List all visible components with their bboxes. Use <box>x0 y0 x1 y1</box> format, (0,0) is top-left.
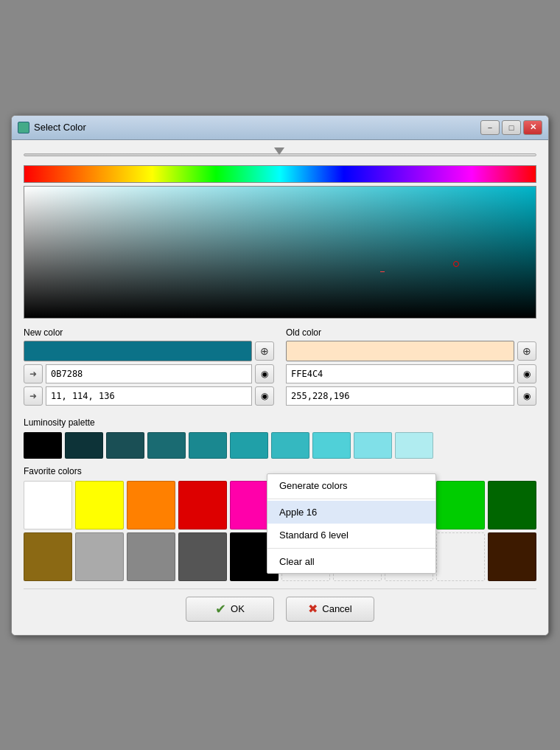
title-bar-left: Select Color <box>18 122 86 133</box>
fav-swatch-yellow[interactable] <box>75 481 124 529</box>
ok-button[interactable]: ✔ OK <box>186 597 274 622</box>
window-icon <box>18 122 29 133</box>
fav-swatch-orange[interactable] <box>127 481 175 529</box>
fav-swatch-white[interactable] <box>24 481 72 529</box>
old-color-rgb-display: 255,228,196 <box>286 386 514 406</box>
lum-swatch-7[interactable] <box>271 432 309 459</box>
old-color-preview-row: ⊕ <box>286 341 536 361</box>
new-color-label: New color <box>24 327 274 338</box>
fav-swatch-brown[interactable] <box>24 532 72 581</box>
dialog-content: New color ⊕ ➜ ◉ <box>12 140 548 635</box>
fav-swatch-lightgray[interactable] <box>75 532 124 581</box>
lum-swatch-9[interactable] <box>354 432 392 459</box>
select-color-dialog: Select Color − □ ✕ New color <box>11 115 549 636</box>
hue-slider-container <box>24 149 536 162</box>
cancel-x-icon: ✖ <box>308 602 318 616</box>
new-color-plus-button[interactable]: ⊕ <box>255 341 274 361</box>
bottom-buttons-row: ✔ OK ✖ Cancel <box>24 588 536 626</box>
new-color-rgb-eye-button[interactable]: ◉ <box>255 386 274 406</box>
lum-swatch-1[interactable] <box>24 432 62 459</box>
old-color-rgb-row: 255,228,196 ◉ <box>286 386 536 406</box>
minimize-button[interactable]: − <box>480 120 500 135</box>
dropdown-menu: Generate colors Apple 16 Standard 6 leve… <box>267 473 436 574</box>
arrow-right-icon: ➜ <box>29 369 37 379</box>
hue-slider-track[interactable] <box>24 149 536 161</box>
menu-item-apple-16[interactable]: Apple 16 <box>267 501 435 524</box>
fav-swatch-midgray[interactable] <box>127 532 175 581</box>
fav-swatch-green[interactable] <box>436 481 485 529</box>
old-eye-icon: ◉ <box>523 369 531 379</box>
arrow-right-icon-2: ➜ <box>29 391 37 401</box>
cancel-label: Cancel <box>322 603 351 614</box>
lum-swatch-8[interactable] <box>312 432 351 459</box>
lum-swatch-6[interactable] <box>230 432 268 459</box>
new-color-hex-row: ➜ ◉ <box>24 364 274 383</box>
color-crosshair <box>453 261 459 267</box>
luminosity-palette-swatches <box>24 432 536 459</box>
old-color-label: Old color <box>286 327 536 338</box>
new-color-rgb-arrow-button[interactable]: ➜ <box>24 386 43 406</box>
eye-icon-2: ◉ <box>261 391 268 401</box>
fav-swatch-darkgreen[interactable] <box>488 481 536 529</box>
menu-item-standard-6-level[interactable]: Standard 6 level <box>267 524 435 546</box>
spectrum-bar[interactable] <box>24 165 536 183</box>
lum-swatch-2[interactable] <box>65 432 103 459</box>
ok-checkmark-icon: ✔ <box>215 601 226 617</box>
lum-swatch-10[interactable] <box>395 432 433 459</box>
luminosity-palette-label: Luminosity palette <box>24 417 536 428</box>
old-color-eye-button[interactable]: ◉ <box>517 364 536 383</box>
title-bar: Select Color − □ ✕ <box>12 116 548 140</box>
ok-label: OK <box>231 603 245 614</box>
new-color-eye-button[interactable]: ◉ <box>255 364 274 383</box>
new-color-hex-input[interactable] <box>46 364 252 383</box>
lum-swatch-5[interactable] <box>189 432 227 459</box>
new-color-section: New color ⊕ ➜ ◉ <box>24 327 274 409</box>
menu-item-generate-colors[interactable]: Generate colors <box>267 474 435 497</box>
menu-separator-2 <box>267 548 435 549</box>
plus-icon: ⊕ <box>260 345 269 357</box>
window-title: Select Color <box>34 122 86 133</box>
menu-separator-1 <box>267 499 435 499</box>
new-color-rgb-input[interactable] <box>46 386 252 406</box>
maximize-button[interactable]: □ <box>502 120 521 135</box>
old-color-preview <box>286 341 514 361</box>
cancel-button[interactable]: ✖ Cancel <box>286 597 374 622</box>
old-color-rgb-eye-button[interactable]: ◉ <box>517 386 536 406</box>
luminosity-palette-section: Luminosity palette <box>24 417 536 459</box>
menu-item-clear-all[interactable]: Clear all <box>267 550 435 573</box>
fav-swatch-darkgray[interactable] <box>178 532 227 581</box>
eye-icon: ◉ <box>261 369 268 379</box>
color-gradient[interactable] <box>24 186 536 319</box>
old-color-hex-row: FFE4C4 ◉ <box>286 364 536 383</box>
fav-swatch-red[interactable] <box>178 481 227 529</box>
new-color-preview-row: ⊕ <box>24 341 274 361</box>
old-plus-icon: ⊕ <box>522 345 531 357</box>
hue-slider-thumb[interactable] <box>274 147 286 162</box>
lum-swatch-3[interactable] <box>106 432 144 459</box>
fav-swatch-darkbrown[interactable] <box>488 532 536 581</box>
old-eye-icon-2: ◉ <box>523 391 531 401</box>
old-color-plus-button[interactable]: ⊕ <box>517 341 536 361</box>
fav-swatch-empty-4[interactable] <box>436 532 485 581</box>
new-color-rgb-row: ➜ ◉ <box>24 386 274 406</box>
color-info-row: New color ⊕ ➜ ◉ <box>24 327 536 409</box>
new-color-preview <box>24 341 252 361</box>
new-color-arrow-button[interactable]: ➜ <box>24 364 43 383</box>
favorite-colors-section: Favorite colors <box>24 466 536 581</box>
close-button[interactable]: ✕ <box>523 120 542 135</box>
old-color-hex-display: FFE4C4 <box>286 364 514 383</box>
old-color-section: Old color ⊕ FFE4C4 ◉ 255,228,196 <box>286 327 536 409</box>
title-buttons: − □ ✕ <box>480 120 542 135</box>
lum-swatch-4[interactable] <box>147 432 186 459</box>
